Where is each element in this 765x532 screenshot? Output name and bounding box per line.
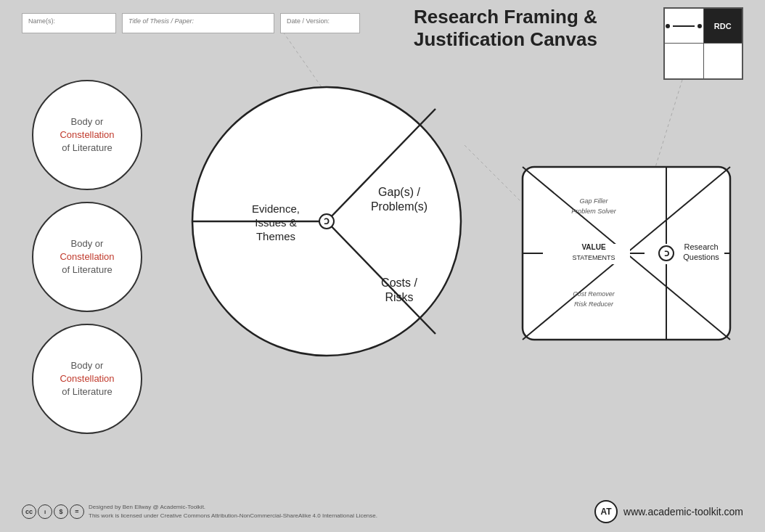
name-field[interactable]: Name(s): <box>22 13 116 33</box>
rdc-h-line <box>673 25 695 27</box>
cc-icon-sa: = <box>70 504 84 519</box>
footer-designed-by: Designed by Ben Ellway @ Academic-Toolki… <box>89 503 377 512</box>
svg-text:Evidence,: Evidence, <box>252 202 300 215</box>
at-logo: AT <box>594 500 618 523</box>
name-label: Name(s): <box>28 17 55 25</box>
rdc-bottom-right <box>704 44 742 78</box>
main-title: Research Framing & Justification Canvas <box>414 6 597 51</box>
footer-right: AT www.academic-toolkit.com <box>594 500 743 523</box>
footer: cc i $ = Designed by Ben Ellway @ Academ… <box>22 500 743 523</box>
svg-text:STATEMENTS: STATEMENTS <box>572 254 615 261</box>
svg-text:Risks: Risks <box>385 291 413 303</box>
title-line2: Justification Canvas <box>414 28 597 50</box>
canvas: Name(s): Title of Thesis / Paper: Date /… <box>0 0 765 532</box>
header-inputs: Name(s): Title of Thesis / Paper: Date /… <box>22 13 360 33</box>
svg-text:Questions: Questions <box>683 253 719 261</box>
header-row: Name(s): Title of Thesis / Paper: Date /… <box>22 13 743 33</box>
svg-text:Cost Remover: Cost Remover <box>573 290 615 298</box>
pie-svg: ↄ Gap(s) / Problem(s) Evidence, Issues &… <box>189 83 465 359</box>
svg-text:ↄ: ↄ <box>324 215 330 226</box>
footer-license: This work is licensed under Creative Com… <box>89 512 377 520</box>
svg-text:Costs /: Costs / <box>381 277 417 289</box>
rdc-top-left <box>665 9 704 43</box>
circles-left: Body orConstellationof Literature Body o… <box>32 80 142 434</box>
rdc-dots-line <box>666 24 702 28</box>
svg-text:Gap Filler: Gap Filler <box>579 197 608 205</box>
cc-icons: cc i $ = <box>22 504 84 519</box>
date-label: Date / Version: <box>287 17 330 25</box>
cc-icon-cc: cc <box>22 504 36 519</box>
rdc-bottom <box>665 44 742 78</box>
svg-line-1 <box>465 145 523 203</box>
footer-left: cc i $ = Designed by Ben Ellway @ Academ… <box>22 503 377 520</box>
big-circle: ↄ Gap(s) / Problem(s) Evidence, Issues &… <box>189 83 465 359</box>
circle-1: Body orConstellationof Literature <box>32 80 142 190</box>
circle-1-text: Body orConstellationof Literature <box>60 115 114 155</box>
svg-line-2 <box>653 80 682 174</box>
value-box-svg: ↄ VALUE STATEMENTS Research Questions Ga… <box>521 165 732 341</box>
svg-text:Risk Reducer: Risk Reducer <box>574 300 614 308</box>
svg-text:Issues &: Issues & <box>255 216 297 229</box>
svg-text:ↄ: ↄ <box>664 247 669 258</box>
cc-icon-nc: $ <box>54 504 68 519</box>
website-url: www.academic-toolkit.com <box>623 506 743 517</box>
rdc-bottom-left <box>665 44 704 78</box>
circle-2-text: Body orConstellationof Literature <box>60 237 114 277</box>
rdc-top-right: RDC <box>704 9 742 43</box>
rdc-label: RDC <box>714 22 732 30</box>
cc-icon-by: i <box>38 504 52 519</box>
date-field[interactable]: Date / Version: <box>280 13 360 33</box>
at-logo-text: AT <box>601 507 612 517</box>
value-box: ↄ VALUE STATEMENTS Research Questions Ga… <box>521 165 732 341</box>
svg-text:VALUE: VALUE <box>581 243 605 251</box>
rdc-diagram: RDC <box>663 7 743 80</box>
footer-text: Designed by Ben Ellway @ Academic-Toolki… <box>89 503 377 520</box>
svg-text:Problem Solver: Problem Solver <box>571 208 617 215</box>
title-label: Title of Thesis / Paper: <box>128 17 194 25</box>
svg-text:Gap(s) /: Gap(s) / <box>378 186 420 198</box>
circle-2: Body orConstellationof Literature <box>32 202 142 312</box>
svg-text:Research: Research <box>684 242 718 251</box>
rdc-top: RDC <box>665 9 742 44</box>
rdc-dot-1 <box>666 24 670 28</box>
circle-3-text: Body orConstellationof Literature <box>60 359 114 399</box>
rdc-dot-2 <box>698 24 702 28</box>
title-line1: Research Framing & <box>414 6 597 28</box>
svg-text:Problem(s): Problem(s) <box>371 200 428 213</box>
circle-3: Body orConstellationof Literature <box>32 324 142 434</box>
svg-text:Themes: Themes <box>256 230 295 242</box>
title-field[interactable]: Title of Thesis / Paper: <box>122 13 274 33</box>
